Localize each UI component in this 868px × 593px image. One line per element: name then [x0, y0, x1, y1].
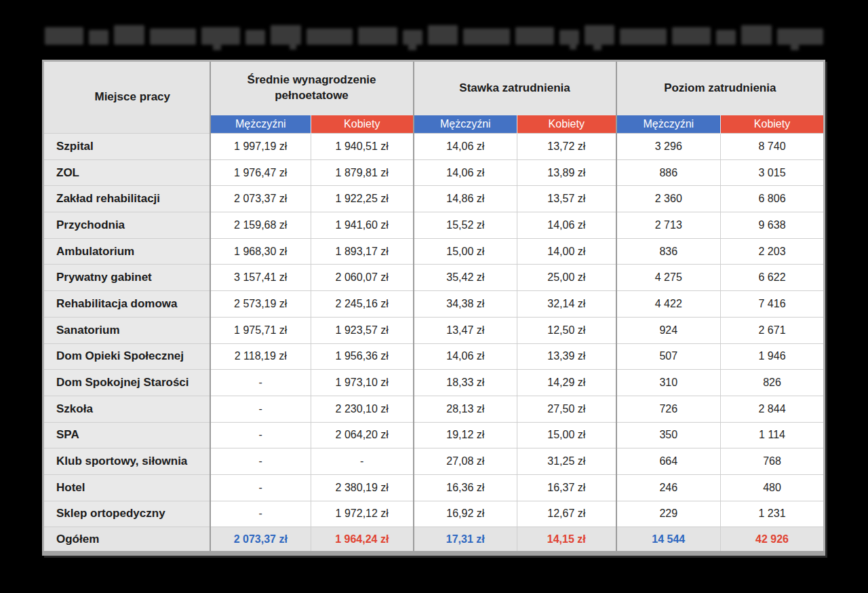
- cell-men: 350: [616, 422, 721, 448]
- cell-women: 16,37 zł: [517, 474, 616, 501]
- cell-men: 34,38 zł: [414, 291, 517, 318]
- cell-women: 6 806: [721, 186, 825, 212]
- cell-men: 4 275: [616, 265, 721, 291]
- table-row: Szpital1 997,19 zł1 940,51 zł14,06 zł13,…: [43, 134, 825, 160]
- cell-women: 14,06 zł: [517, 212, 616, 239]
- cell-men: 229: [616, 501, 721, 527]
- group-header-average-fulltime-wage: Średnie wynagrodzenie pełnoetatowe: [210, 61, 414, 115]
- cell-women: 1 973,10 zł: [311, 370, 414, 396]
- table-row: Szkoła-2 230,10 zł28,13 zł27,50 zł7262 8…: [43, 396, 825, 422]
- cell-men: 2 073,37 zł: [210, 186, 311, 212]
- cell-men: 13,47 zł: [414, 317, 517, 343]
- redacted-text-blob: [201, 27, 240, 45]
- cell-men: 17,31 zł: [414, 527, 517, 554]
- redacted-text-blob: [403, 30, 422, 45]
- cell-men: 246: [616, 474, 721, 501]
- redacted-text-blob: [307, 28, 353, 45]
- redacted-text-blob: [428, 25, 458, 45]
- group-header-employment-rate: Stawka zatrudnienia: [414, 61, 616, 115]
- cell-men: 28,13 zł: [414, 396, 517, 422]
- row-label: Szpital: [43, 134, 210, 160]
- redacted-text-blob: [559, 30, 579, 45]
- cell-women: 2 844: [721, 396, 825, 422]
- cell-men: 16,36 zł: [414, 474, 517, 501]
- redacted-text-blob: [245, 30, 265, 45]
- cell-men: -: [210, 448, 311, 475]
- redacted-text-blob: [620, 28, 667, 45]
- cell-women: 27,50 zł: [517, 396, 616, 422]
- cell-women: 8 740: [721, 134, 825, 160]
- row-label: Sanatorium: [43, 317, 210, 343]
- row-label: Klub sportowy, siłownia: [43, 448, 210, 475]
- cell-women: 480: [721, 474, 825, 501]
- cell-women: 9 638: [721, 212, 825, 239]
- cell-men: 1 997,19 zł: [210, 134, 311, 160]
- subheader-wage-women: Kobiety: [311, 115, 414, 134]
- cell-men: -: [210, 396, 311, 422]
- table-row: Zakład rehabilitacji2 073,37 zł1 922,25 …: [43, 186, 825, 212]
- cell-men: 2 159,68 zł: [210, 212, 311, 239]
- row-label: Przychodnia: [43, 212, 210, 239]
- cell-women: 13,89 zł: [517, 159, 616, 186]
- row-label: SPA: [43, 422, 210, 448]
- cell-men: 664: [616, 448, 721, 475]
- cell-men: 507: [616, 343, 721, 370]
- row-label: Szkoła: [43, 396, 210, 422]
- cell-women: 13,39 zł: [517, 343, 616, 370]
- cell-men: 14,06 zł: [414, 134, 517, 160]
- redacted-text-blob: [716, 30, 736, 45]
- cell-women: 1 941,60 zł: [311, 212, 414, 239]
- redacted-text-blob: [741, 25, 771, 45]
- cell-men: 3 157,41 zł: [210, 265, 311, 291]
- cell-women: 2 671: [721, 317, 825, 343]
- row-label: Dom Opieki Społecznej: [43, 343, 210, 370]
- cell-women: 25,00 zł: [517, 265, 616, 291]
- table-row: Rehabilitacja domowa2 573,19 zł2 245,16 …: [43, 291, 825, 318]
- cell-women: 2 380,19 zł: [311, 474, 414, 501]
- cell-men: 14 544: [616, 527, 721, 554]
- subheader-level-women: Kobiety: [721, 115, 825, 134]
- subheader-wage-men: Mężczyźni: [210, 115, 311, 134]
- cell-women: 1 972,12 zł: [311, 501, 414, 527]
- cell-women: 1 114: [721, 422, 825, 448]
- cell-women: 1 231: [721, 501, 825, 527]
- table-row: Hotel-2 380,19 zł16,36 zł16,37 zł246480: [43, 474, 825, 501]
- cell-men: 27,08 zł: [414, 448, 517, 475]
- redacted-text-blob: [89, 30, 108, 45]
- cell-men: 924: [616, 317, 721, 343]
- total-row: Ogółem2 073,37 zł1 964,24 zł17,31 zł14,1…: [43, 527, 825, 554]
- cell-women: 1 893,17 zł: [311, 238, 414, 265]
- table-body: Szpital1 997,19 zł1 940,51 zł14,06 zł13,…: [43, 134, 825, 554]
- cell-women: 15,00 zł: [517, 422, 616, 448]
- redacted-text-blob: [150, 28, 197, 45]
- cell-women: 42 926: [721, 527, 825, 554]
- cell-women: 1 922,25 zł: [311, 186, 414, 212]
- cell-women: 2 245,16 zł: [311, 291, 414, 318]
- cell-men: 2 573,19 zł: [210, 291, 311, 318]
- cell-men: 14,86 zł: [414, 186, 517, 212]
- cell-women: 14,29 zł: [517, 370, 616, 396]
- cell-women: -: [311, 448, 414, 475]
- cell-women: 826: [721, 370, 825, 396]
- row-label: Ambulatorium: [43, 238, 210, 265]
- row-label: Ogółem: [43, 527, 210, 554]
- cell-women: 2 203: [721, 238, 825, 265]
- redacted-text-blob: [777, 28, 824, 45]
- table-row: Dom Opieki Społecznej2 118,19 zł1 956,36…: [43, 343, 825, 370]
- table-row: Sklep ortopedyczny-1 972,12 zł16,92 zł12…: [43, 501, 825, 527]
- cell-men: 3 296: [616, 134, 721, 160]
- column-header-miejsce-pracy: Miejsce pracy: [43, 61, 210, 134]
- cell-men: 2 360: [616, 186, 721, 212]
- table-row: ZOL1 976,47 zł1 879,81 zł14,06 zł13,89 z…: [43, 159, 825, 186]
- row-label: Prywatny gabinet: [43, 265, 210, 291]
- cell-men: 726: [616, 396, 721, 422]
- cell-men: 18,33 zł: [414, 370, 517, 396]
- table-row: Przychodnia2 159,68 zł1 941,60 zł15,52 z…: [43, 212, 825, 239]
- redacted-text-blob: [463, 28, 510, 45]
- table-row: SPA-2 064,20 zł19,12 zł15,00 zł3501 114: [43, 422, 825, 448]
- redacted-text-blob: [585, 25, 614, 45]
- cell-women: 12,50 zł: [517, 317, 616, 343]
- cell-women: 2 060,07 zł: [311, 265, 414, 291]
- table-row: Klub sportowy, siłownia--27,08 zł31,25 z…: [43, 448, 825, 475]
- cell-men: 4 422: [616, 291, 721, 318]
